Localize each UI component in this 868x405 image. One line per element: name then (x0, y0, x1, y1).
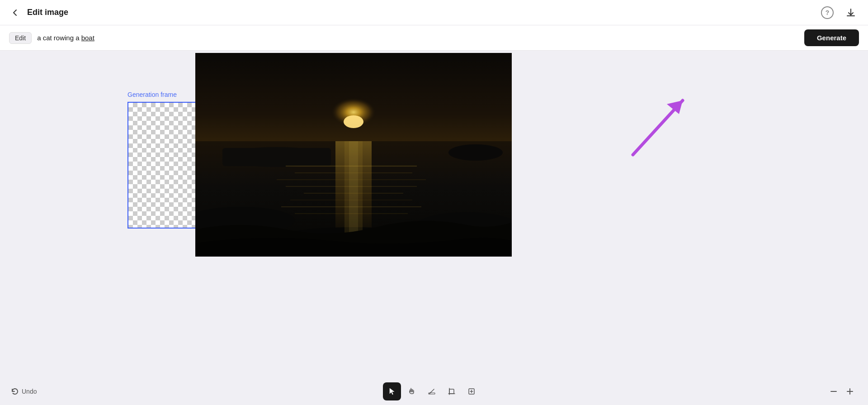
top-bar: Edit image ? (0, 0, 868, 25)
svg-point-2 (344, 115, 363, 128)
download-button[interactable] (843, 5, 859, 21)
zoom-out-button[interactable] (826, 384, 841, 399)
tool-group (383, 382, 481, 400)
select-tool-button[interactable] (383, 382, 401, 400)
back-button[interactable] (9, 6, 22, 19)
svg-line-21 (633, 100, 683, 155)
zoom-controls (826, 384, 857, 399)
edit-badge-button[interactable]: Edit (9, 32, 32, 44)
page-title: Edit image (27, 8, 68, 17)
crop-tool-button[interactable] (443, 382, 461, 400)
canvas-area: Generation frame (0, 51, 868, 378)
hand-tool-button[interactable] (403, 382, 421, 400)
help-icon: ? (821, 6, 834, 19)
zoom-in-button[interactable] (843, 384, 857, 399)
svg-rect-30 (830, 391, 837, 392)
top-bar-left: Edit image (9, 6, 68, 19)
help-button[interactable]: ? (819, 5, 835, 21)
svg-rect-24 (449, 389, 454, 394)
bottom-toolbar: Undo (0, 378, 868, 405)
erase-tool-button[interactable] (423, 382, 441, 400)
prompt-bar: Edit a cat rowing a boat Generate (0, 25, 868, 51)
generation-frame-label: Generation frame (127, 91, 177, 98)
undo-button[interactable]: Undo (11, 387, 37, 395)
prompt-text: a cat rowing a boat (37, 34, 799, 42)
svg-rect-6 (222, 148, 331, 166)
svg-rect-32 (849, 388, 850, 395)
expand-tool-button[interactable] (462, 382, 481, 400)
svg-point-20 (448, 144, 503, 161)
svg-marker-22 (667, 100, 683, 114)
arrow-annotation (651, 78, 705, 137)
prompt-underline: boat (81, 34, 94, 42)
top-bar-right: ? (819, 5, 859, 21)
generate-button[interactable]: Generate (804, 29, 859, 46)
main-image (195, 53, 512, 257)
